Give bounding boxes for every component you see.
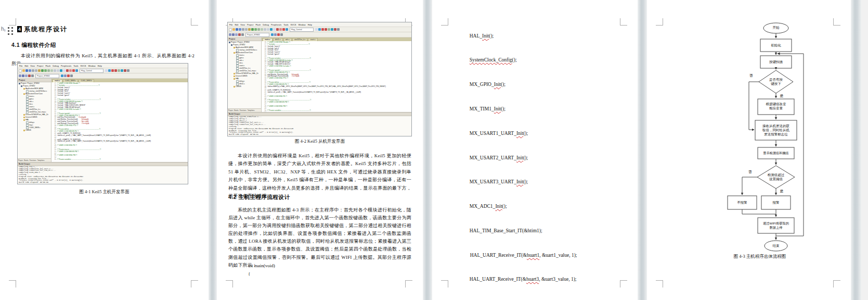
keil-slave-screenshot[interactable]: FileEditViewProjectFlashDebugPeripherals… [227, 22, 412, 136]
body-paragraph[interactable]: 系统的主机主流程图如图 4-3 所示；在主程序中：首先对各个模块进行初始化，随后… [228, 206, 411, 269]
toolbar-icon [41, 69, 44, 72]
code-line[interactable]: SystemClock_Config(); [445, 48, 632, 73]
flow-end-label: 结束 [765, 244, 787, 248]
tree-node-icon [23, 119, 25, 121]
tree-node-icon [23, 114, 25, 116]
toolbar-icon [315, 28, 318, 31]
code-line[interactable]: HAL_UART_Receive_IT(&huart3, &uart3_valu… [445, 268, 632, 292]
toolbar-icon [114, 69, 117, 72]
menu-item: Edit [24, 65, 28, 67]
flow-init-label: 初始化 [760, 43, 792, 47]
crop-mark-icon [226, 280, 233, 288]
build-output-title: Build Output [18, 162, 188, 166]
code-line[interactable]: { [248, 270, 275, 278]
code-line[interactable]: HAL_Init(); [445, 24, 632, 48]
toolbar-icon [118, 69, 120, 72]
menu-item: File [19, 65, 22, 67]
toolbar-icon [72, 69, 75, 72]
page-2: FileEditViewProjectFlashDebugPeripherals… [217, 0, 423, 300]
toolbar-icon [235, 33, 238, 36]
chapter-heading[interactable]: 4系统程序设计 [17, 25, 68, 34]
menu-item: SVCS [81, 65, 86, 67]
editor-area: main.cOLED_NEW.cOLED_NEW.h 17/* USER COD… [51, 79, 188, 162]
toolbar-icon [318, 28, 321, 31]
toolbar-icon [50, 69, 53, 72]
code-line[interactable]: MX_USART3_UART_Init(); [445, 170, 632, 195]
toolbar-icon [54, 69, 56, 72]
code-line[interactable]: MX_USART1_UART_Init(); [445, 121, 632, 146]
toolbar-icon [267, 28, 269, 31]
toolbar-icon [44, 69, 47, 72]
keil-toolbar-2: Project_STM32 [18, 73, 188, 79]
tree-node-icon [231, 44, 232, 46]
section-heading-4-1[interactable]: 4.1 编程软件介绍 [11, 42, 56, 49]
toolbar-icon [261, 28, 263, 31]
toolbar-icon [321, 28, 324, 31]
toolbar-icon [121, 69, 123, 72]
tree-node-icon [23, 88, 25, 90]
menu-item: Window [298, 23, 305, 26]
toolbar-icon [286, 28, 288, 31]
body-paragraph[interactable]: 本设计所使用的编程环境是 Keil5，相对于其他软件编程环境，Keil5 更加的… [228, 152, 411, 200]
code-line[interactable] [445, 292, 632, 300]
editor-area: main.cdht11.cadc.cstm32f1xx_it.cusart.c … [262, 38, 411, 112]
outline-level-icon[interactable]: h₁ [1, 26, 6, 32]
toolbar-icon [105, 69, 108, 72]
flow-key-decision-label: 是否有按 键按下 [757, 78, 795, 86]
toolbar-icon [19, 74, 21, 77]
toolbar-icon [22, 69, 25, 72]
toolbar-icon [282, 28, 285, 31]
chapter-title[interactable]: 系统程序设计 [24, 26, 68, 33]
project-panel-title: Project [228, 38, 261, 41]
toolbar-icon [25, 74, 28, 77]
page-3: HAL_Init(); SystemClock_Config(); MX_GPI… [432, 0, 638, 300]
toolbar-icon [241, 33, 244, 36]
crop-mark-icon [9, 18, 16, 26]
toolbar-icon [248, 28, 251, 31]
selected-chapter-number[interactable]: 4 [17, 26, 22, 32]
toolbar-icon [254, 28, 257, 31]
menu-item: SVCS [291, 23, 296, 26]
toolbar-icon [31, 74, 34, 77]
tree-node-icon [234, 52, 235, 54]
menu-item: Window [88, 65, 95, 67]
flow-yes-label: 是 [778, 189, 786, 193]
toolbar-icon [238, 33, 241, 36]
code-line[interactable]: HAL_TIM_Base_Start_IT(&htim1); [445, 219, 632, 243]
toolbar-icon [64, 74, 67, 77]
flow-no-label: 否 [746, 73, 756, 78]
menu-item: Tools [73, 65, 78, 67]
flowchart-figure[interactable]: 开始 初始化 按键扫描 是否有按 键按下 否 是 根据键值改变 相应变量 接收从… [699, 18, 809, 252]
tree-node-icon [23, 117, 25, 118]
keil-host-screenshot[interactable]: FileEditViewProjectFlashDebugPeripherals… [17, 63, 188, 184]
project-panel-title: Project [18, 79, 51, 82]
flow-start-label: 开始 [760, 26, 792, 30]
flow-yes-label: 是 [778, 94, 786, 98]
code-line[interactable]: HAL_UART_Receive_IT(&huart1, &uart1_valu… [445, 243, 632, 268]
section-heading-4-2[interactable]: 4.2 主机主程序流程设计 [228, 194, 290, 201]
code-line[interactable]: MX_USART2_UART_Init(); [445, 146, 632, 170]
code-line[interactable]: MX_TIM1_Init(); [445, 97, 632, 121]
code-line[interactable]: MX_ADC1_Init(); [445, 194, 632, 219]
find-box: Flag_Control [80, 69, 103, 73]
toolbar-icon [331, 28, 333, 31]
flow-no-label: 否 [745, 170, 755, 174]
toolbar-icon [229, 33, 231, 36]
toolbar-icon [124, 69, 126, 72]
toolbar-icon [61, 74, 63, 77]
menu-item: File [229, 23, 232, 26]
code-line[interactable]: MX_GPIO_Init(); [445, 73, 632, 97]
main-code-snippet[interactable]: int main(void){ [248, 261, 275, 278]
figure-caption-4-3[interactable]: 图 4-3 主机程序总体流程图 [671, 254, 848, 260]
flow-no-alarm-label: 不报警 [728, 201, 757, 205]
tree-node-icon [234, 47, 235, 48]
figure-caption-4-1[interactable]: 图 4-1 Keil5 主机开发界面 [0, 189, 209, 195]
flow-keyval-label: 根据键值改变 相应变量 [758, 102, 794, 110]
drag-handle-dots-icon[interactable] [8, 27, 14, 36]
toolbar-icon [271, 33, 274, 36]
source-code-listing: HAL_Init(); SystemClock_Config(); MX_GPI… [445, 24, 632, 300]
crop-mark-icon [405, 280, 412, 288]
build-output-panel: Build Output compiling key.c...compiling… [18, 162, 188, 184]
code-line[interactable]: int main(void) [248, 261, 275, 270]
figure-caption-4-2[interactable]: 图 4-2 Keil5 从机开发界面 [217, 139, 423, 145]
